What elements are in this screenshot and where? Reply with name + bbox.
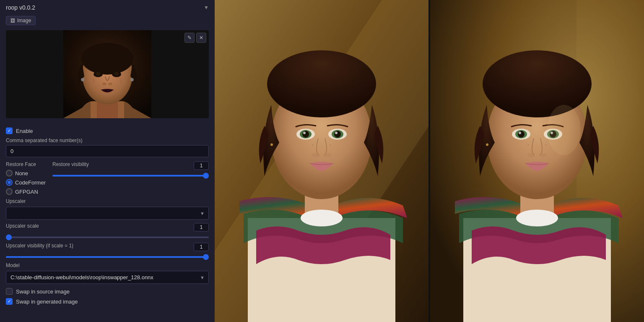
upscaler-scale-label-row: Upscaler scale 1: [6, 223, 209, 231]
svg-point-5: [86, 53, 128, 68]
radio-codeformer-inner: [8, 181, 11, 184]
swapped-photo-panel: [430, 0, 644, 322]
original-photo-panel: [215, 0, 428, 322]
enable-row: ✓ Enable: [6, 127, 209, 134]
svg-point-10: [102, 83, 106, 85]
svg-point-29: [323, 153, 332, 157]
upscaler-dropdown-container: ▼: [6, 207, 209, 220]
svg-point-51: [539, 153, 547, 157]
swap-source-checkbox[interactable]: [6, 288, 13, 295]
controls: ✓ Enable Comma separated face number(s) …: [0, 122, 215, 311]
image-tab-row: 🖼 Image: [0, 14, 215, 27]
svg-point-55: [516, 210, 558, 226]
upscaler-vis-value: 1: [194, 243, 209, 251]
model-label: Model: [6, 262, 209, 268]
face-numbers-input[interactable]: [6, 145, 209, 157]
upscaler-scale-value: 1: [194, 223, 209, 231]
svg-point-34: [301, 210, 343, 226]
upscaler-select[interactable]: [6, 207, 209, 220]
svg-point-32: [321, 146, 322, 147]
radio-gfpgan-label: GFPGAN: [15, 189, 38, 195]
svg-point-24: [302, 131, 309, 138]
svg-point-13: [130, 78, 134, 81]
collapse-arrow[interactable]: ▼: [204, 5, 209, 10]
restore-vis-label: Restore visibility: [52, 161, 89, 167]
svg-point-41: [483, 50, 592, 117]
upscaler-visibility-section: Upscaler visibility (if scale = 1) 1: [6, 243, 209, 259]
upscaler-visibility-slider[interactable]: [6, 256, 209, 258]
original-photo: [215, 0, 428, 322]
edit-button[interactable]: ✎: [184, 33, 195, 43]
swap-generated-row: ✓ Swap in generated image: [6, 298, 209, 305]
enable-label: Enable: [16, 128, 33, 134]
left-panel: roop v0.0.2 ▼ 🖼 Image: [0, 0, 215, 322]
svg-point-31: [330, 145, 331, 146]
swap-generated-label: Swap in generated image: [16, 299, 78, 305]
radio-gfpgan[interactable]: GFPGAN: [6, 188, 46, 195]
header: roop v0.0.2 ▼: [0, 0, 215, 14]
restore-visibility-col: Restore visibility 1: [52, 161, 209, 178]
svg-point-28: [312, 153, 320, 157]
swap-source-row: Swap in source image: [6, 288, 209, 295]
svg-point-12: [81, 78, 84, 81]
swap-generated-checkbox[interactable]: ✓: [6, 298, 13, 305]
enable-checkbox[interactable]: ✓: [6, 127, 13, 134]
svg-point-11: [108, 83, 112, 85]
image-tab[interactable]: 🖼 Image: [6, 16, 36, 25]
svg-point-56: [547, 105, 581, 155]
restore-row: Restore Face None CodeFormer GFPG: [6, 161, 209, 195]
app-title: roop v0.0.2: [6, 4, 35, 11]
upscaler-scale-section: Upscaler scale 1: [6, 223, 209, 239]
svg-point-9: [114, 72, 119, 75]
source-image: [63, 30, 151, 118]
model-select[interactable]: C:\stable-diffusion-webui\models\roop\in…: [6, 271, 209, 284]
svg-point-19: [267, 50, 376, 117]
svg-point-30: [312, 145, 314, 146]
right-panel: [215, 0, 644, 322]
image-actions: ✎ ✕: [184, 33, 206, 43]
upscaler-scale-label: Upscaler scale: [6, 223, 39, 229]
restore-visibility-slider[interactable]: [52, 175, 209, 177]
restore-vis-label-row: Restore visibility 1: [52, 161, 209, 170]
model-dropdown-container: C:\stable-diffusion-webui\models\roop\in…: [6, 271, 209, 284]
image-tab-icon: 🖼: [10, 18, 15, 23]
svg-point-53: [545, 145, 547, 146]
svg-point-8: [96, 72, 100, 75]
svg-point-27: [335, 132, 338, 134]
restore-face-options: None CodeFormer GFPGAN: [6, 170, 46, 195]
radio-none-label: None: [15, 170, 28, 177]
restore-face-col: Restore Face None CodeFormer GFPG: [6, 161, 46, 195]
svg-point-46: [518, 131, 525, 138]
radio-none-btn[interactable]: [6, 170, 13, 177]
radio-codeformer-label: CodeFormer: [15, 179, 46, 186]
restore-face-label: Restore Face: [6, 161, 46, 167]
upscaler-vis-label-row: Upscaler visibility (if scale = 1) 1: [6, 243, 209, 251]
swap-source-label: Swap in source image: [16, 288, 70, 295]
svg-point-33: [270, 143, 273, 146]
swap-generated-check: ✓: [8, 299, 11, 304]
svg-point-25: [334, 131, 341, 138]
upscaler-vis-label: Upscaler visibility (if scale = 1): [6, 243, 73, 249]
svg-point-50: [527, 153, 535, 157]
radio-codeformer[interactable]: CodeFormer: [6, 179, 46, 186]
svg-point-48: [519, 132, 521, 134]
image-tab-label: Image: [17, 18, 31, 23]
svg-point-26: [303, 132, 306, 134]
upscaler-scale-slider[interactable]: [6, 236, 209, 238]
radio-none[interactable]: None: [6, 170, 46, 177]
radio-codeformer-btn[interactable]: [6, 179, 13, 186]
upscaler-section: Upscaler ▼: [6, 198, 209, 220]
face-numbers-label: Comma separated face number(s): [6, 138, 209, 143]
model-section: Model C:\stable-diffusion-webui\models\r…: [6, 262, 209, 284]
enable-check: ✓: [8, 129, 11, 133]
restore-vis-value: 1: [194, 161, 209, 170]
svg-point-54: [486, 143, 488, 146]
swapped-photo: [430, 0, 644, 322]
close-icon: ✕: [199, 35, 203, 41]
edit-icon: ✎: [187, 35, 192, 41]
upscaler-label: Upscaler: [6, 198, 209, 204]
close-button[interactable]: ✕: [196, 33, 206, 43]
source-image-container[interactable]: ✎ ✕: [6, 30, 209, 118]
radio-gfpgan-btn[interactable]: [6, 188, 13, 195]
svg-point-52: [528, 145, 529, 146]
